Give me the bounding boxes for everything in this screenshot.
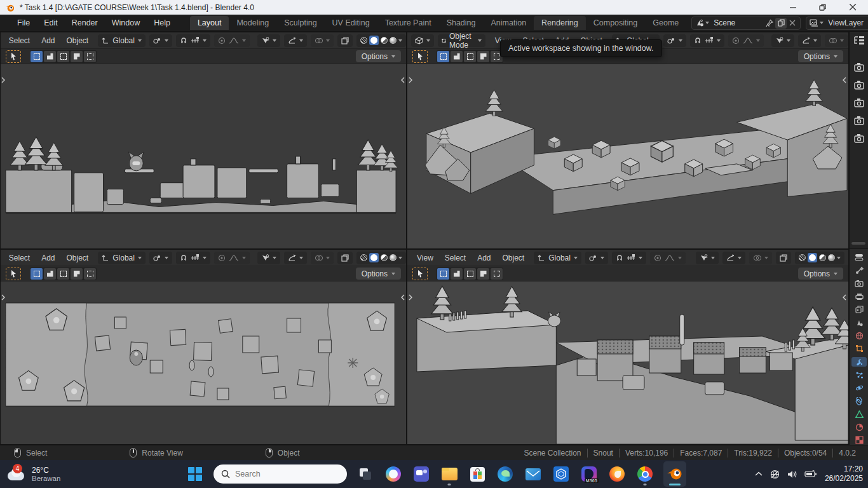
taskbar-search[interactable] <box>214 464 347 484</box>
show-overlays-dropdown[interactable] <box>284 252 307 264</box>
viewport-front-canvas[interactable] <box>1 64 406 248</box>
options-button[interactable]: Options <box>798 268 843 280</box>
select-mode-invert[interactable] <box>477 51 489 62</box>
wireframe-shading-icon[interactable] <box>360 37 367 44</box>
properties-tab-render-icon[interactable] <box>851 279 867 288</box>
camera-visibility-toggle[interactable] <box>853 98 865 109</box>
m365-copilot-button[interactable]: M365 <box>580 461 599 487</box>
show-overlays-dropdown[interactable] <box>798 34 821 47</box>
menu-edit[interactable]: Edit <box>38 17 64 29</box>
close-button[interactable] <box>839 0 867 15</box>
tab-uv-editing[interactable]: UV Editing <box>325 16 377 30</box>
tab-texture-paint[interactable]: Texture Paint <box>377 16 439 30</box>
select-mode-new[interactable] <box>31 268 43 280</box>
snapping-controls[interactable] <box>612 252 646 264</box>
task-view-button[interactable] <box>356 461 375 487</box>
mail-button[interactable] <box>524 461 543 487</box>
overlap-region-button[interactable] <box>337 34 353 47</box>
menu-window[interactable]: Window <box>106 17 146 29</box>
select-mode-intersect[interactable] <box>491 268 503 280</box>
unlink-scene-button[interactable] <box>787 18 798 29</box>
edge-button[interactable] <box>496 461 515 487</box>
properties-editor-type-icon[interactable] <box>851 253 867 262</box>
tab-layout[interactable]: Layout <box>190 16 229 30</box>
region-toggle-arrow[interactable] <box>1 292 6 303</box>
select-mode-new[interactable] <box>31 51 43 62</box>
region-toggle-arrow[interactable] <box>1 74 6 86</box>
camera-visibility-toggle[interactable] <box>853 133 865 145</box>
menu-render[interactable]: Render <box>66 17 104 29</box>
teams-button[interactable] <box>412 461 431 487</box>
options-button[interactable]: Options <box>356 50 401 62</box>
viewport-menu-add[interactable]: Add <box>36 35 60 46</box>
camera-visibility-toggle[interactable] <box>853 116 865 127</box>
region-toggle-arrow[interactable] <box>409 292 413 303</box>
show-overlays-dropdown[interactable] <box>284 34 307 47</box>
copilot-button[interactable] <box>384 461 403 487</box>
proportional-editing-controls[interactable] <box>728 34 764 47</box>
material-preview-icon[interactable] <box>381 254 388 261</box>
properties-tab-particles-icon[interactable] <box>851 370 867 380</box>
taskbar-weather-widget[interactable]: 4 26°C Berawan <box>6 466 114 482</box>
material-preview-icon[interactable] <box>819 254 826 261</box>
select-mode-invert[interactable] <box>71 51 83 62</box>
viewport-menu-object[interactable]: Object <box>61 35 95 46</box>
tab-rendering[interactable]: Rendering <box>534 16 586 30</box>
minimize-button[interactable] <box>779 0 807 15</box>
tray-battery-icon[interactable] <box>804 470 817 478</box>
properties-tab-modifiers-icon[interactable] <box>851 357 867 367</box>
solid-shading-active[interactable] <box>369 253 379 262</box>
solid-shading-active[interactable] <box>808 253 817 262</box>
show-gizmo-dropdown[interactable] <box>696 252 719 264</box>
viewport-persp-low-canvas[interactable] <box>407 281 848 444</box>
pivot-point-dropdown[interactable] <box>149 34 172 47</box>
scene-browse-button[interactable] <box>694 18 705 29</box>
viewport-menu-select[interactable]: Select <box>3 35 36 46</box>
menu-file[interactable]: File <box>11 17 36 29</box>
select-mode-invert[interactable] <box>477 268 489 280</box>
viewport-menu-select[interactable]: Select <box>3 252 36 264</box>
select-mode-extend[interactable] <box>451 51 463 62</box>
xray-toggle[interactable] <box>749 252 772 264</box>
select-mode-new[interactable] <box>437 268 449 280</box>
search-input[interactable] <box>235 470 330 478</box>
options-button[interactable]: Options <box>798 50 843 62</box>
region-toggle-arrow[interactable] <box>409 74 413 86</box>
properties-tab-material-icon[interactable] <box>851 423 867 432</box>
proportional-editing-controls[interactable] <box>214 252 250 264</box>
pivot-point-dropdown[interactable] <box>663 34 686 47</box>
select-mode-subtract[interactable] <box>57 268 69 280</box>
camera-visibility-toggle[interactable] <box>853 80 865 92</box>
start-button[interactable] <box>186 461 205 487</box>
solid-shading-active[interactable] <box>369 36 379 45</box>
app-3d-viewer-button[interactable] <box>552 461 571 487</box>
camera-visibility-toggle[interactable] <box>853 62 865 74</box>
properties-tab-physics-icon[interactable] <box>851 383 867 393</box>
properties-tab-world-icon[interactable] <box>851 331 867 341</box>
pivot-point-dropdown[interactable] <box>149 252 172 264</box>
transform-orientation-dropdown[interactable]: Global <box>98 252 146 264</box>
firefox-button[interactable] <box>607 461 627 487</box>
window-titlebar[interactable]: * Task 1.4 [D:\AGATE COURSE\Week 1\Task … <box>0 0 868 15</box>
properties-tab-output-icon[interactable] <box>851 292 867 302</box>
snapping-controls[interactable] <box>690 34 724 47</box>
active-tool-select-box[interactable] <box>412 50 428 63</box>
pivot-point-dropdown[interactable] <box>585 252 608 264</box>
viewport-menu-add[interactable]: Add <box>36 252 60 264</box>
viewport-menu-view[interactable]: View <box>411 252 439 264</box>
viewport-menu-select[interactable]: Select <box>439 252 471 264</box>
tab-shading[interactable]: Shading <box>439 16 484 30</box>
snapping-controls[interactable] <box>176 34 210 47</box>
rendered-shading-icon[interactable] <box>828 254 835 261</box>
view-layer-browse-button[interactable] <box>808 18 820 29</box>
menu-help[interactable]: Help <box>148 17 176 29</box>
scene-name[interactable]: Scene <box>709 18 764 27</box>
view-layer-name[interactable]: ViewLayer <box>824 18 868 27</box>
active-tool-select-box[interactable] <box>6 50 21 63</box>
transform-orientation-dropdown[interactable]: Global <box>534 252 581 264</box>
show-gizmo-dropdown[interactable] <box>257 34 280 47</box>
viewport-menu-add[interactable]: Add <box>471 252 496 264</box>
properties-tab-tool-icon[interactable] <box>851 266 867 276</box>
blender-taskbar-button[interactable] <box>663 461 686 487</box>
file-explorer-button[interactable] <box>440 461 459 487</box>
